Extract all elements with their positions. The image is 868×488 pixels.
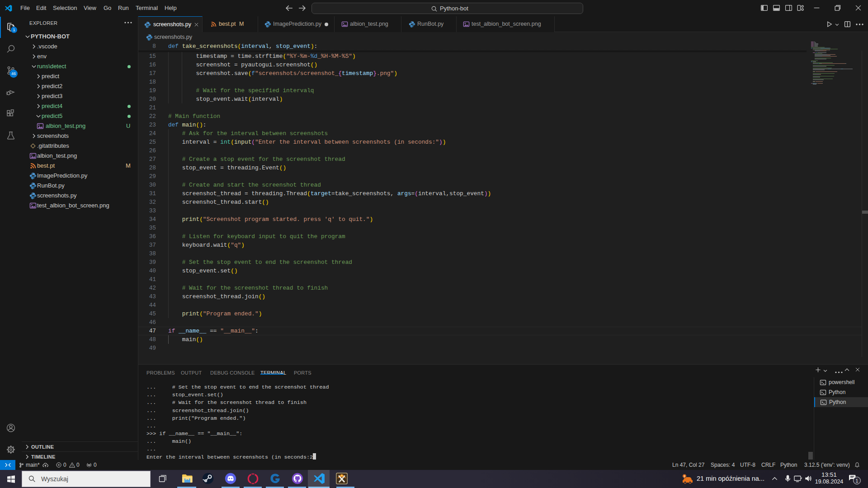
svg-text:!: ! xyxy=(684,474,685,479)
